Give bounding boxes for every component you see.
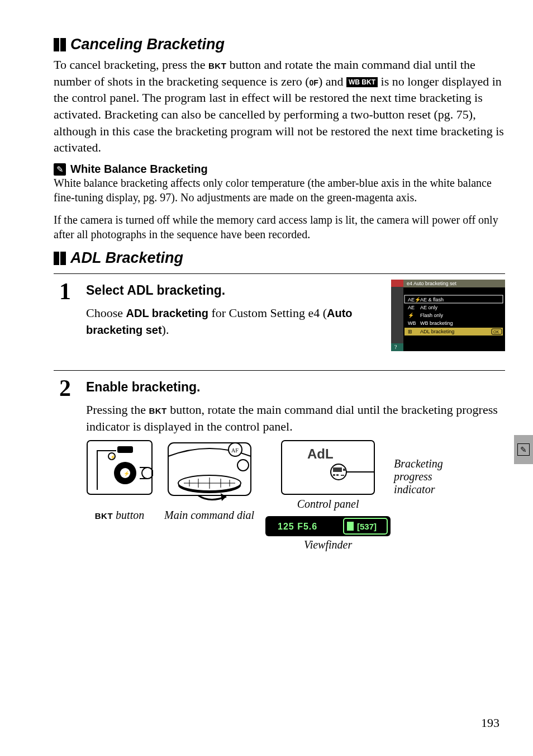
svg-text:⚡: ⚡ bbox=[110, 454, 116, 460]
note-title: White Balance Bracketing bbox=[70, 163, 208, 176]
heading-squares-icon bbox=[54, 38, 67, 51]
text: Choose bbox=[86, 306, 126, 320]
pencil-icon: ✎ bbox=[54, 163, 66, 176]
side-tab: ✎ bbox=[514, 435, 533, 464]
svg-text:AdL: AdL bbox=[307, 446, 334, 461]
text: Pressing the bbox=[86, 403, 149, 417]
bkt-glyph: BKT bbox=[95, 511, 113, 521]
note-paragraph-1: White balance bracketing affects only co… bbox=[54, 176, 505, 205]
svg-rect-53 bbox=[347, 522, 354, 531]
viewfinder-caption: Viewfinder bbox=[304, 538, 352, 551]
svg-text:⚡: ⚡ bbox=[123, 470, 130, 477]
main-dial-illustration: AF bbox=[164, 440, 254, 522]
svg-text:WB bracketing: WB bracketing bbox=[420, 320, 453, 326]
displays-illustration: AdL bbox=[265, 440, 391, 551]
text: To cancel bracketing, press the bbox=[54, 58, 208, 72]
note-heading: ✎ White Balance Bracketing bbox=[54, 163, 505, 176]
svg-rect-44 bbox=[333, 467, 342, 472]
svg-text:AE: AE bbox=[408, 305, 415, 310]
svg-rect-24 bbox=[117, 446, 133, 453]
page-number: 193 bbox=[481, 716, 499, 730]
svg-rect-47 bbox=[336, 474, 339, 476]
bkt-glyph: BKT bbox=[208, 61, 226, 70]
svg-rect-46 bbox=[333, 474, 335, 476]
step-number: 2 bbox=[59, 376, 86, 400]
bracketing-indicator-callout: Bracketing progress indicator bbox=[394, 457, 455, 496]
illustration-row: ⚡ ⚡ BKT button bbox=[86, 440, 505, 551]
heading-text: ADL Bracketing bbox=[70, 249, 183, 267]
text: ) and bbox=[318, 74, 346, 88]
step-2-paragraph: Pressing the BKT button, rotate the main… bbox=[86, 401, 505, 434]
svg-text:AE only: AE only bbox=[420, 305, 438, 310]
camera-dial-icon: AF bbox=[165, 440, 254, 507]
heading-canceling-bracketing: Canceling Bracketing bbox=[54, 36, 505, 53]
svg-rect-45 bbox=[343, 469, 346, 471]
viewfinder-icon: 125 F5.6 [537] bbox=[265, 516, 391, 536]
svg-text:AE⚡: AE⚡ bbox=[408, 296, 421, 303]
control-panel-icon: AdL bbox=[280, 440, 375, 495]
wb-bkt-icon: WB BKT bbox=[346, 77, 378, 87]
svg-text:ADL bracketing: ADL bracketing bbox=[420, 329, 454, 334]
svg-text:AE & flash: AE & flash bbox=[420, 297, 444, 303]
svg-text:WB: WB bbox=[408, 320, 416, 326]
pencil-icon: ✎ bbox=[517, 443, 530, 456]
menu-screenshot: e4 Auto bracketing set AE⚡ AE & flash AE… bbox=[391, 280, 505, 353]
svg-text:⊞: ⊞ bbox=[408, 329, 412, 334]
camera-bkt-icon: ⚡ ⚡ bbox=[86, 440, 153, 507]
heading-squares-icon bbox=[54, 252, 67, 265]
svg-rect-2 bbox=[391, 280, 403, 287]
heading-adl-bracketing: ADL Bracketing bbox=[54, 249, 505, 267]
bkt-button-illustration: ⚡ ⚡ BKT button bbox=[86, 440, 153, 522]
step-2: 2 Enable bracketing. Pressing the BKT bu… bbox=[54, 371, 505, 561]
bkt-button-caption: BKT button bbox=[95, 509, 144, 522]
svg-text:Flash only: Flash only bbox=[420, 313, 444, 318]
bold-term: ADL bracketing bbox=[126, 307, 208, 319]
step-1: 1 Select ADL bracketing. Choose ADL brac… bbox=[54, 274, 505, 363]
svg-text:⚡: ⚡ bbox=[408, 312, 415, 319]
text: ). bbox=[162, 323, 169, 337]
menu-header: e4 Auto bracketing set bbox=[407, 281, 457, 286]
svg-rect-1 bbox=[391, 280, 403, 351]
step-1-paragraph: Choose ADL bracketing for Custom Setting… bbox=[86, 305, 387, 338]
svg-rect-18 bbox=[391, 343, 403, 351]
zero-f-glyph: 0F bbox=[310, 78, 318, 88]
step-2-title: Enable bracketing. bbox=[86, 380, 505, 395]
heading-text: Canceling Bracketing bbox=[70, 36, 225, 53]
text: button bbox=[113, 509, 144, 521]
main-dial-caption: Main command dial bbox=[164, 509, 254, 522]
canceling-paragraph: To cancel bracketing, press the BKT butt… bbox=[54, 56, 505, 156]
text: for Custom Setting e4 ( bbox=[208, 306, 327, 320]
svg-text:AF: AF bbox=[231, 447, 239, 453]
note-paragraph-2: If the camera is turned off while the me… bbox=[54, 212, 505, 242]
bkt-glyph: BKT bbox=[149, 406, 166, 415]
svg-text:OK: OK bbox=[493, 330, 499, 334]
svg-text:?: ? bbox=[394, 344, 397, 350]
svg-text:[537]: [537] bbox=[357, 522, 377, 531]
step-1-title: Select ADL bracketing. bbox=[86, 283, 387, 298]
control-panel-caption: Control panel bbox=[297, 498, 359, 511]
step-number: 1 bbox=[59, 280, 86, 303]
svg-text:125  F5.6: 125 F5.6 bbox=[278, 522, 317, 531]
